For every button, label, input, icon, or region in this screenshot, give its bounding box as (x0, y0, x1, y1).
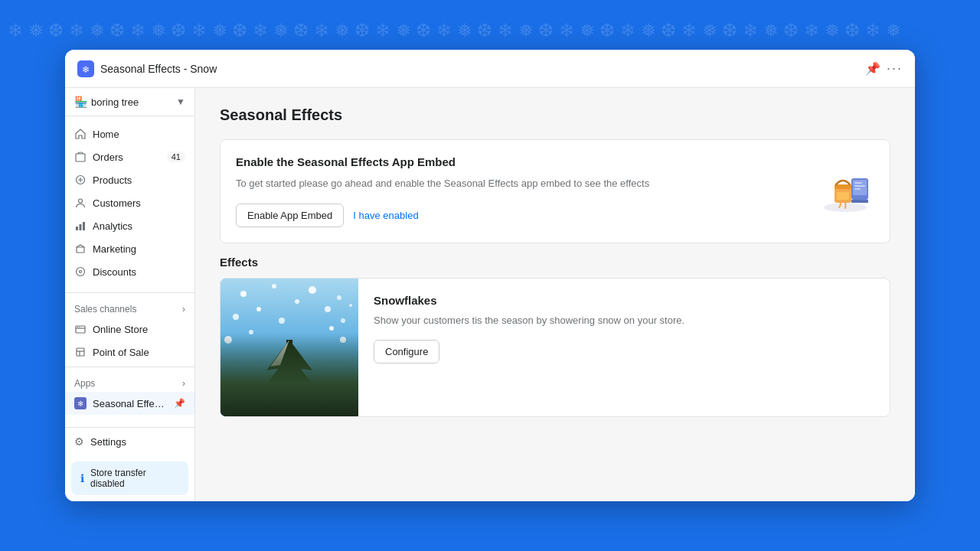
app-icon: ❄ (77, 60, 94, 77)
svg-point-37 (349, 304, 352, 307)
sidebar-item-analytics[interactable]: Analytics (65, 214, 194, 237)
embed-card-desc: To get started please go ahead and enabl… (236, 176, 798, 191)
svg-rect-25 (286, 340, 292, 401)
snowflakes-image (220, 279, 358, 416)
marketing-label: Marketing (93, 243, 136, 255)
top-bar-actions: 📌 ··· (865, 60, 903, 77)
discounts-label: Discounts (93, 266, 136, 278)
main-layout: 🏪 boring tree ▼ Home (65, 88, 915, 501)
svg-point-8 (77, 268, 85, 276)
sales-channels-chevron-icon: › (182, 304, 185, 315)
products-label: Products (93, 174, 132, 186)
svg-rect-23 (851, 200, 868, 203)
effects-section: Effects (220, 256, 890, 417)
svg-point-31 (256, 307, 261, 311)
store-transfer-text: Store transfer disabled (90, 468, 179, 489)
embed-card-title: Enable the Seasonal Effects App Embed (236, 155, 798, 168)
svg-point-33 (341, 318, 345, 323)
seasonal-effects-app-icon: ❄ (74, 397, 87, 409)
svg-point-28 (309, 286, 316, 294)
more-icon[interactable]: ··· (887, 60, 903, 77)
apps-header[interactable]: Apps › (65, 370, 194, 392)
orders-label: Orders (93, 152, 123, 163)
svg-point-4 (79, 199, 83, 203)
svg-point-34 (224, 336, 232, 344)
svg-rect-6 (80, 224, 82, 230)
nav-divider-2 (65, 367, 194, 367)
svg-rect-22 (854, 188, 861, 190)
svg-rect-5 (76, 227, 78, 230)
configure-button[interactable]: Configure (374, 340, 439, 364)
main-nav: Home Orders 41 (65, 116, 194, 289)
svg-point-30 (233, 314, 239, 320)
content-area: Seasonal Effects Enable the Seasonal Eff… (195, 88, 915, 501)
page-title: Seasonal Effects (220, 106, 890, 124)
svg-point-27 (272, 284, 276, 289)
sidebar-item-home[interactable]: Home (65, 122, 194, 145)
sidebar-item-customers[interactable]: Customers (65, 191, 194, 214)
apps-label: Apps (74, 378, 95, 389)
svg-point-32 (325, 306, 331, 312)
snowflakes-desc: Show your customers tis the season by sh… (374, 313, 874, 328)
store-icon: 🏪 (74, 96, 87, 108)
svg-rect-7 (83, 222, 85, 230)
enable-app-embed-button[interactable]: Enable App Embed (236, 204, 344, 227)
online-store-label: Online Store (93, 324, 148, 335)
embed-card-content: Enable the Seasonal Effects App Embed To… (236, 155, 798, 227)
analytics-icon (74, 220, 87, 232)
sidebar-item-online-store[interactable]: Online Store (65, 318, 194, 341)
svg-rect-20 (854, 182, 862, 184)
orders-badge: 41 (167, 152, 185, 162)
sales-channels-label: Sales channels (74, 304, 136, 315)
sidebar-item-point-of-sale[interactable]: Point of Sale (65, 341, 194, 364)
sidebar-item-products[interactable]: Products (65, 168, 194, 191)
store-chevron-icon: ▼ (176, 96, 185, 107)
svg-point-40 (329, 326, 334, 331)
snowflakes-card: Snowflakes Show your customers tis the s… (220, 278, 890, 417)
nav-divider-1 (65, 292, 194, 293)
svg-point-35 (249, 330, 253, 334)
discounts-icon (74, 266, 87, 278)
store-selector[interactable]: 🏪 boring tree ▼ (65, 88, 194, 116)
apps-chevron-icon: › (182, 378, 185, 389)
sidebar-item-settings[interactable]: ⚙ Settings (65, 428, 194, 455)
orders-icon (74, 151, 87, 163)
sidebar-item-seasonal-effects[interactable]: ❄ Seasonal Effects - S... 📌 (65, 392, 194, 415)
svg-point-38 (295, 299, 299, 304)
sales-channels-header[interactable]: Sales channels › (65, 296, 194, 318)
app-pin-icon[interactable]: 📌 (174, 398, 185, 409)
products-icon (74, 174, 87, 186)
pos-label: Point of Sale (93, 347, 149, 358)
svg-point-12 (79, 327, 80, 328)
svg-rect-17 (837, 192, 849, 200)
svg-point-36 (340, 337, 346, 343)
svg-rect-2 (76, 154, 85, 161)
sidebar-item-orders[interactable]: Orders 41 (65, 145, 194, 168)
sidebar-item-discounts[interactable]: Discounts (65, 260, 194, 283)
settings-icon: ⚙ (74, 435, 84, 448)
seasonal-effects-label: Seasonal Effects - S... (93, 398, 168, 409)
window-title: Seasonal Effects - Snow (100, 63, 865, 75)
svg-rect-16 (835, 184, 851, 189)
embed-card-actions: Enable App Embed I have enabled (236, 204, 798, 227)
i-have-enabled-link[interactable]: I have enabled (353, 210, 418, 221)
customers-icon (74, 197, 87, 209)
snowflakes-info: Snowflakes Show your customers tis the s… (358, 279, 890, 416)
svg-rect-10 (76, 326, 85, 333)
app-window: ❄ Seasonal Effects - Snow 📌 ··· 🏪 boring… (65, 50, 915, 501)
settings-label: Settings (90, 436, 126, 448)
svg-point-11 (77, 327, 78, 328)
sidebar-item-marketing[interactable]: Marketing (65, 237, 194, 260)
snowflakes-name: Snowflakes (374, 294, 874, 307)
pos-icon (74, 346, 87, 358)
store-name: boring tree (91, 96, 172, 108)
transfer-info-icon: ℹ (80, 472, 84, 484)
marketing-icon (74, 243, 87, 255)
svg-point-39 (279, 318, 285, 324)
svg-point-9 (80, 271, 82, 273)
online-store-icon (74, 323, 87, 335)
home-label: Home (93, 129, 119, 140)
pin-icon[interactable]: 📌 (865, 61, 880, 76)
top-bar: ❄ Seasonal Effects - Snow 📌 ··· (65, 50, 915, 88)
svg-point-26 (240, 291, 247, 297)
